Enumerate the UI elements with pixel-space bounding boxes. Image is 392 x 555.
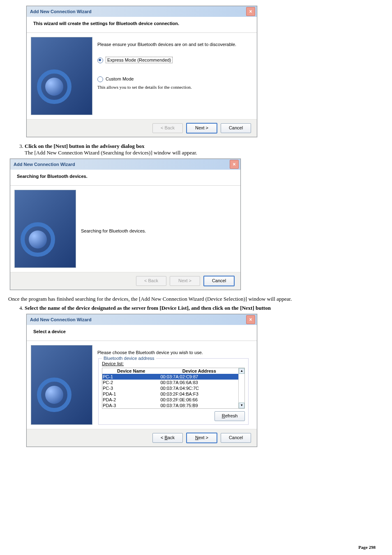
back-button: < Back — [136, 276, 166, 286]
cancel-button[interactable]: Cancel — [221, 123, 251, 133]
device-address-group: Bluetooth device address DDevice list:ev… — [98, 358, 249, 425]
col-name[interactable]: Device Name — [102, 368, 160, 374]
radio-express[interactable]: Express Mode (Recommended) — [97, 57, 249, 63]
radio-custom[interactable]: Custom Mode — [97, 76, 249, 82]
wizard-illustration — [31, 37, 92, 115]
table-row[interactable]: PDA-200:03:2F:0E:06:66 — [102, 397, 238, 403]
step-3: Click on the [Next] button in the adviso… — [25, 143, 384, 156]
radio-custom-label: Custom Mode — [106, 76, 134, 81]
step-4: Select the name of the device designated… — [25, 305, 384, 311]
step-4-bold: Select the name of the device designated… — [25, 305, 271, 311]
back-button: < Back — [152, 123, 183, 133]
table-row[interactable]: PDA-100:03:2F:04:BA:F3 — [102, 391, 238, 397]
page-number: Page 298 — [358, 545, 376, 550]
cancel-button[interactable]: Cancel — [221, 433, 251, 443]
window-title: Add New Connection Wizard — [14, 162, 75, 167]
window-title: Add New Connection Wizard — [30, 317, 92, 322]
step-3-bold: Click on the [Next] button in the adviso… — [25, 143, 144, 149]
radio-custom-desc: This allows you to set the details for t… — [97, 85, 249, 90]
back-button[interactable]: < Back — [152, 433, 183, 443]
table-row[interactable]: PC-200:03:7A:06:6A:83 — [102, 380, 238, 385]
close-icon[interactable]: × — [246, 7, 255, 16]
group-label: Bluetooth device address — [102, 356, 156, 361]
table-row[interactable]: PC-100:03:7A:02:C9:87 — [102, 374, 238, 380]
instruction-text: Please choose the Bluetooth device you w… — [97, 350, 249, 355]
step-list: Click on the [Next] button in the adviso… — [25, 143, 384, 156]
scroll-down-icon[interactable]: ▾ — [239, 403, 244, 408]
device-list-label: DDevice list:evice list: — [102, 361, 245, 366]
next-button[interactable]: Next > — [186, 433, 217, 443]
titlebar: Add New Connection Wizard × — [10, 159, 240, 170]
refresh-button[interactable]: Refresh — [214, 411, 245, 421]
col-addr[interactable]: Device Address — [160, 368, 239, 374]
titlebar: Add New Connection Wizard × — [27, 6, 257, 17]
close-icon[interactable]: × — [246, 315, 255, 324]
radio-icon — [97, 76, 103, 82]
wizard-header: Searching for Bluetooth devices. — [10, 170, 240, 186]
radio-icon — [97, 58, 103, 63]
scrollbar[interactable]: ▴ ▾ — [238, 368, 244, 408]
device-table[interactable]: Device NameDevice Address PC-100:03:7A:0… — [102, 368, 245, 409]
wizard-illustration — [14, 190, 76, 268]
next-button[interactable]: Next > — [186, 123, 217, 134]
next-button: Next > — [170, 276, 200, 286]
close-icon[interactable]: × — [230, 160, 239, 169]
scroll-up-icon[interactable]: ▴ — [239, 368, 244, 374]
searching-text: Searching for Bluetooth devices. — [81, 228, 146, 233]
table-row[interactable]: PDA-300:03:7A:08:75:B9 — [102, 403, 238, 408]
instruction-text: Please ensure your Bluetooth devices are… — [97, 42, 249, 47]
window-title: Add New Connection Wizard — [30, 9, 92, 14]
titlebar: Add New Connection Wizard × — [27, 314, 257, 325]
wizard-dialog-searching: Add New Connection Wizard × Searching fo… — [10, 159, 241, 290]
body-text: Once the program has finished searching … — [8, 296, 384, 302]
step-3-sub: The [Add New Connection Wizard (Searchin… — [25, 150, 197, 156]
cancel-button[interactable]: Cancel — [203, 276, 235, 286]
wizard-header: This wizard will create the settings for… — [27, 17, 257, 33]
radio-express-label: Express Mode (Recommended) — [106, 57, 173, 63]
wizard-dialog-settings: Add New Connection Wizard × This wizard … — [26, 6, 257, 137]
wizard-header: Select a device — [27, 325, 257, 341]
wizard-dialog-select-device: Add New Connection Wizard × Select a dev… — [26, 314, 257, 447]
table-row[interactable]: PC-300:03:7A:04:9C:7C — [102, 385, 238, 391]
step-list: Select the name of the device designated… — [25, 305, 384, 311]
wizard-illustration — [31, 345, 92, 425]
